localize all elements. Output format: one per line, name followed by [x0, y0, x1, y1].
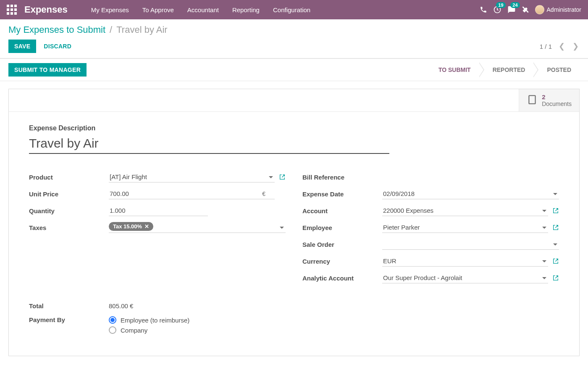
apps-icon[interactable] — [7, 5, 17, 15]
total-value: 805.00 € — [109, 302, 133, 309]
payment-by-label: Payment By — [29, 316, 109, 323]
sale-order-label: Sale Order — [302, 241, 382, 248]
unit-price-input[interactable] — [109, 188, 275, 199]
nav-accountant[interactable]: Accountant — [181, 6, 226, 13]
app-title[interactable]: Expenses — [24, 4, 68, 15]
user-menu[interactable]: Administrator — [535, 5, 581, 14]
breadcrumb-current: Travel by Air — [116, 24, 167, 35]
nav-to-approve[interactable]: To Approve — [136, 6, 181, 13]
clock-icon[interactable]: 19 — [493, 5, 501, 14]
pager-text: 1 / 1 — [540, 43, 552, 50]
topnav: Expenses My Expenses To Approve Accounta… — [0, 0, 588, 19]
currency-input[interactable] — [382, 256, 548, 267]
book-icon — [527, 94, 538, 106]
unit-price-label: Unit Price — [29, 190, 109, 198]
tools-icon[interactable] — [522, 6, 529, 13]
account-label: Account — [302, 207, 382, 214]
analytic-external-link-icon[interactable] — [552, 275, 559, 281]
account-input[interactable] — [382, 205, 548, 216]
breadcrumb-back[interactable]: My Expenses to Submit — [8, 24, 105, 35]
currency-suffix: € — [262, 190, 265, 197]
nav-configuration[interactable]: Configuration — [266, 6, 317, 13]
currency-external-link-icon[interactable] — [552, 258, 559, 264]
desc-label: Expense Description — [29, 124, 559, 132]
tax-chip[interactable]: Tax 15.00% ✕ — [109, 222, 153, 231]
msg-badge: 24 — [510, 2, 520, 8]
messages-icon[interactable]: 24 — [507, 5, 516, 14]
documents-count: 2 — [542, 93, 572, 100]
account-external-link-icon[interactable] — [552, 207, 559, 214]
quantity-input[interactable] — [109, 205, 208, 216]
control-panel: My Expenses to Submit / Travel by Air SA… — [0, 19, 588, 58]
status-to-submit[interactable]: TO SUBMIT — [426, 59, 480, 81]
user-name: Administrator — [547, 6, 581, 13]
breadcrumb: My Expenses to Submit / Travel by Air — [8, 24, 580, 35]
employee-input[interactable] — [382, 222, 548, 233]
currency-label: Currency — [302, 258, 382, 265]
avatar — [535, 5, 544, 14]
date-input[interactable] — [382, 188, 559, 199]
nav-my-expenses[interactable]: My Expenses — [84, 6, 136, 13]
save-button[interactable]: SAVE — [8, 40, 36, 53]
pager-next-icon[interactable]: ❯ — [572, 42, 580, 51]
pager: 1 / 1 ❮ ❯ — [540, 42, 580, 51]
date-label: Expense Date — [302, 190, 382, 198]
payment-employee-label: Employee (to reimburse) — [121, 317, 189, 324]
notif-badge: 19 — [496, 2, 505, 8]
tax-chip-label: Tax 15.00% — [113, 223, 142, 230]
product-external-link-icon[interactable] — [279, 174, 286, 180]
payment-employee-radio[interactable] — [109, 316, 116, 324]
status-posted[interactable]: POSTED — [534, 59, 580, 81]
desc-input[interactable] — [29, 135, 389, 154]
employee-external-link-icon[interactable] — [552, 224, 559, 231]
taxes-label: Taxes — [29, 224, 109, 231]
tax-chip-remove-icon[interactable]: ✕ — [144, 223, 149, 230]
breadcrumb-sep: / — [110, 24, 112, 35]
documents-button[interactable]: 2 Documents — [519, 89, 579, 111]
payment-company-label: Company — [121, 327, 147, 334]
status-reported[interactable]: REPORTED — [480, 59, 535, 81]
sale-order-input[interactable] — [382, 239, 559, 250]
status-bar: SUBMIT TO MANAGER TO SUBMIT REPORTED POS… — [0, 58, 588, 81]
total-label: Total — [29, 302, 109, 309]
nav-reporting[interactable]: Reporting — [226, 6, 266, 13]
phone-icon[interactable] — [480, 6, 487, 13]
pager-prev-icon[interactable]: ❮ — [558, 42, 566, 51]
product-label: Product — [29, 174, 109, 181]
quantity-label: Quantity — [29, 207, 109, 214]
discard-button[interactable]: DISCARD — [44, 43, 71, 50]
analytic-label: Analytic Account — [302, 275, 382, 282]
product-input[interactable] — [109, 172, 275, 182]
employee-label: Employee — [302, 224, 382, 231]
form-sheet: 2 Documents Expense Description Product — [8, 89, 580, 356]
bill-ref-label: Bill Reference — [302, 174, 382, 181]
chevron-down-icon — [280, 227, 284, 229]
documents-label: Documents — [542, 100, 572, 107]
analytic-input[interactable] — [382, 272, 548, 283]
payment-company-radio[interactable] — [109, 326, 116, 334]
submit-to-manager-button[interactable]: SUBMIT TO MANAGER — [8, 63, 87, 77]
